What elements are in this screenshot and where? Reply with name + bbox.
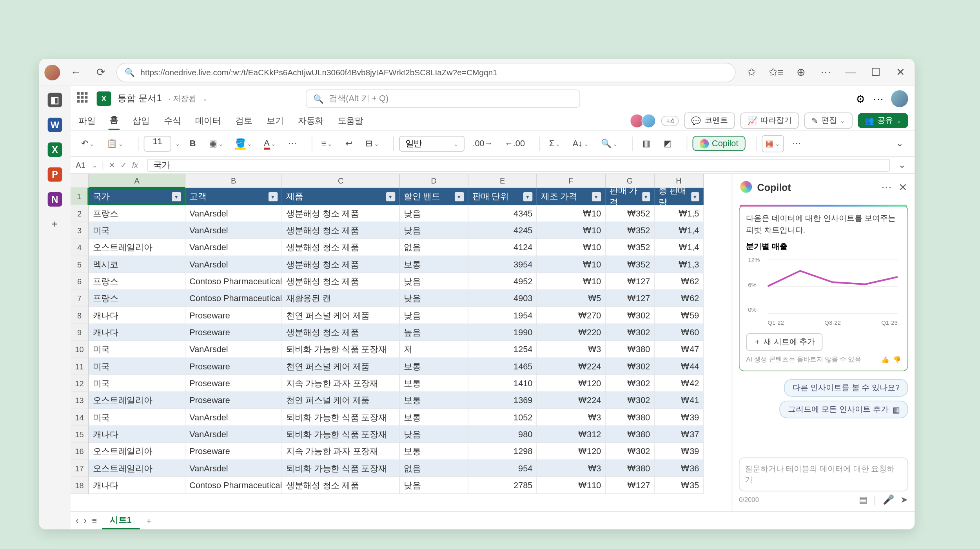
- cell[interactable]: VanArsdel: [185, 341, 282, 358]
- cell[interactable]: ₩352: [606, 239, 655, 256]
- tab-view[interactable]: 보기: [265, 112, 285, 129]
- font-color-button[interactable]: A⌄: [260, 135, 280, 152]
- cell[interactable]: VanArsdel: [185, 239, 282, 256]
- filter-dropdown-icon[interactable]: ▾: [455, 192, 464, 201]
- row-header[interactable]: 7: [71, 290, 89, 307]
- cell[interactable]: 높음: [400, 324, 468, 341]
- cell[interactable]: 프랑스: [89, 273, 186, 290]
- cell[interactable]: ₩302: [606, 443, 655, 460]
- cell[interactable]: ₩352: [606, 256, 655, 273]
- cell[interactable]: 4345: [468, 205, 537, 222]
- row-header[interactable]: 8: [71, 307, 89, 324]
- cell[interactable]: ₩5: [537, 290, 606, 307]
- cell[interactable]: 980: [468, 426, 537, 443]
- cell[interactable]: Proseware: [185, 358, 282, 375]
- align-button[interactable]: ≡⌄: [317, 135, 336, 152]
- number-format-dropdown[interactable]: 일반⌄: [399, 136, 465, 151]
- thumbs-down-icon[interactable]: 👎: [893, 356, 901, 363]
- cell[interactable]: 보통: [400, 409, 468, 426]
- cell[interactable]: 퇴비화 가능한 식품 포장재: [282, 409, 400, 426]
- copilot-more-icon[interactable]: ⋯: [881, 181, 892, 193]
- cell[interactable]: ₩10: [537, 239, 606, 256]
- cell[interactable]: ₩120: [537, 443, 606, 460]
- cell[interactable]: 오스트레일리아: [89, 443, 186, 460]
- cell[interactable]: 퇴비화 가능한 식품 포장재: [282, 341, 400, 358]
- col-header[interactable]: A: [89, 174, 186, 188]
- row-header[interactable]: 18: [71, 477, 89, 494]
- format-table-button[interactable]: ▦⌄: [762, 135, 784, 152]
- suggestion-more-insights[interactable]: 다른 인사이트를 볼 수 있나요?: [784, 379, 908, 397]
- col-header[interactable]: C: [282, 174, 400, 188]
- cell[interactable]: 재활용된 캔: [282, 290, 400, 307]
- user-avatar-icon[interactable]: [891, 90, 908, 107]
- cell[interactable]: 4124: [468, 239, 537, 256]
- row-header[interactable]: 4: [71, 239, 89, 256]
- cell[interactable]: ₩224: [537, 392, 606, 409]
- undo-button[interactable]: ↶⌄: [77, 135, 99, 152]
- cell[interactable]: 낮음: [400, 426, 468, 443]
- cell[interactable]: Proseware: [185, 324, 282, 341]
- cell[interactable]: 프랑스: [89, 205, 186, 222]
- table-header-cell[interactable]: 판매 단위▾: [468, 188, 537, 205]
- cell[interactable]: 4952: [468, 273, 537, 290]
- cell[interactable]: 1052: [468, 409, 537, 426]
- cell[interactable]: ₩312: [537, 426, 606, 443]
- cell[interactable]: 낮음: [400, 307, 468, 324]
- enter-formula-icon[interactable]: ✓: [120, 160, 127, 169]
- cell[interactable]: 프랑스: [89, 290, 186, 307]
- cell[interactable]: ₩380: [606, 426, 655, 443]
- cell[interactable]: ₩352: [606, 222, 655, 239]
- cell[interactable]: 천연 퍼스널 케어 제품: [282, 358, 400, 375]
- filter-dropdown-icon[interactable]: ▾: [592, 192, 601, 201]
- select-all-corner[interactable]: [71, 174, 89, 188]
- row-header[interactable]: 1: [71, 188, 89, 205]
- bold-button[interactable]: B: [184, 135, 201, 152]
- cell[interactable]: 1298: [468, 443, 537, 460]
- profile-avatar-icon[interactable]: [44, 64, 60, 80]
- thumbs-up-icon[interactable]: 👍: [881, 356, 889, 363]
- table-header-cell[interactable]: 제조 가격▾: [537, 188, 606, 205]
- cell[interactable]: ₩1,4: [655, 222, 704, 239]
- cell[interactable]: ₩224: [537, 358, 606, 375]
- copilot-close-icon[interactable]: ✕: [898, 181, 907, 193]
- row-header[interactable]: 14: [71, 409, 89, 426]
- rail-word-icon[interactable]: W: [48, 118, 62, 132]
- cell[interactable]: 1990: [468, 324, 537, 341]
- cell[interactable]: 오스트레일리아: [89, 239, 186, 256]
- table-header-cell[interactable]: 국가▾: [89, 188, 186, 205]
- cell[interactable]: ₩352: [606, 205, 655, 222]
- cell[interactable]: ₩380: [606, 341, 655, 358]
- cell[interactable]: ₩39: [655, 409, 704, 426]
- cell[interactable]: ₩127: [606, 290, 655, 307]
- address-bar[interactable]: 🔍 https://onedrive.live.com/:w:/t/EaCKkP…: [116, 62, 736, 82]
- row-header[interactable]: 10: [71, 341, 89, 358]
- row-header[interactable]: 15: [71, 426, 89, 443]
- row-header[interactable]: 2: [71, 205, 89, 222]
- collections-icon[interactable]: ⊕: [792, 63, 810, 82]
- cell[interactable]: Proseware: [185, 375, 282, 392]
- table-header-cell[interactable]: 총 판매량▾: [655, 188, 704, 205]
- cell[interactable]: 4903: [468, 290, 537, 307]
- cell[interactable]: 미국: [89, 341, 186, 358]
- minimize-button[interactable]: —: [842, 63, 860, 82]
- cell[interactable]: ₩60: [655, 324, 704, 341]
- filter-dropdown-icon[interactable]: ▾: [269, 192, 278, 201]
- cell[interactable]: 생분해성 청소 제품: [282, 222, 400, 239]
- cell[interactable]: 생분해성 청소 제품: [282, 205, 400, 222]
- cell[interactable]: ₩62: [655, 273, 704, 290]
- prompt-book-icon[interactable]: ▤: [859, 494, 867, 505]
- table-header-cell[interactable]: 판매 가격▾: [606, 188, 655, 205]
- cell[interactable]: ₩302: [606, 324, 655, 341]
- paste-button[interactable]: 📋⌄: [103, 135, 127, 152]
- decrease-decimal-button[interactable]: ←.00: [501, 135, 529, 152]
- cell[interactable]: ₩39: [655, 443, 704, 460]
- table-header-cell[interactable]: 제품▾: [282, 188, 400, 205]
- next-sheet-icon[interactable]: ›: [84, 516, 87, 525]
- app-launcher-icon[interactable]: [77, 92, 90, 105]
- cell[interactable]: 보통: [400, 256, 468, 273]
- cell[interactable]: Proseware: [185, 443, 282, 460]
- row-header[interactable]: 11: [71, 358, 89, 375]
- tab-file[interactable]: 파일: [77, 112, 97, 129]
- cell[interactable]: ₩36: [655, 460, 704, 477]
- rail-powerpoint-icon[interactable]: P: [48, 167, 62, 182]
